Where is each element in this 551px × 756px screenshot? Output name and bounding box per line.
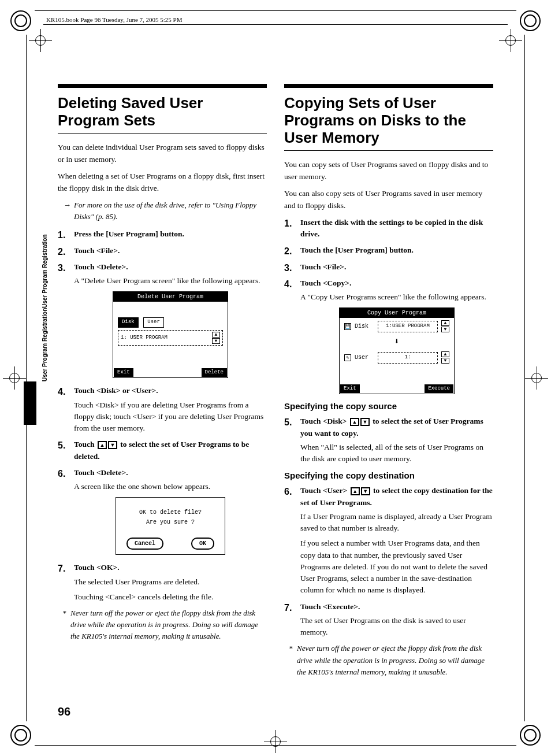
memory-icon: ✎ — [344, 354, 351, 361]
step-body: A screen like the one shown below appear… — [74, 481, 267, 492]
step-item: Touch <User> ▲▼ to select the copy desti… — [284, 485, 493, 596]
lcd-row-value: 1:USER PROGRAM — [378, 321, 438, 332]
up-down-arrows-icon: ▲▼ — [441, 320, 449, 332]
step-text-part: Touch — [74, 440, 96, 449]
left-column: Deleting Saved User Program Sets You can… — [58, 84, 267, 683]
crop-line — [35, 745, 516, 746]
step-text: Touch <Delete>. — [74, 261, 267, 273]
footnote: Never turn off the power or eject the fl… — [58, 607, 267, 642]
lcd-tab-user: User — [143, 317, 164, 328]
lcd-row-label: User — [355, 353, 374, 362]
page-number: 96 — [58, 705, 70, 718]
lcd-message: Are you sure ? — [116, 518, 225, 527]
registration-mark-icon — [264, 730, 287, 753]
lcd-field-value: 1: USER PROGRAM — [121, 334, 167, 342]
side-tab — [24, 381, 36, 425]
step-body: If a User Program name is displayed, alr… — [300, 511, 493, 535]
crop-line — [35, 10, 516, 11]
lcd-cancel-button: Cancel — [126, 538, 163, 550]
step-text: Touch <OK>. — [74, 562, 267, 573]
step-text: Press the [User Program] button. — [74, 228, 267, 240]
corner-mark-icon — [10, 725, 31, 746]
step-item: Touch ▲▼ to select the set of User Progr… — [58, 439, 267, 462]
step-list: Touch <User> ▲▼ to select the copy desti… — [284, 485, 493, 638]
lcd-row-label: Disk — [355, 322, 374, 331]
registration-mark-icon — [499, 29, 522, 52]
footnote: Never turn off the power or eject the fl… — [284, 643, 493, 677]
step-item: Touch <Disk> ▲▼ to select the set of Use… — [284, 416, 493, 465]
step-body: If you select a number with User Program… — [300, 538, 493, 596]
corner-mark-icon — [520, 10, 541, 31]
step-item: Touch <OK>. The selected User Programs a… — [58, 562, 267, 603]
step-text: Touch <Disk> or <User>. — [74, 385, 267, 396]
rule — [284, 150, 493, 151]
lcd-tab-disk: Disk — [118, 317, 139, 328]
step-text-part: Touch <User> — [300, 486, 349, 495]
rule — [58, 133, 267, 134]
registration-mark-icon — [3, 366, 26, 390]
step-body: Touching <Cancel> cancels deleting the f… — [74, 591, 267, 603]
down-arrow-icon: ⬇ — [340, 335, 454, 349]
step-list: Insert the disk with the settings to be … — [284, 217, 493, 395]
lcd-delete-button: Delete — [202, 368, 227, 377]
lcd-screenshot-confirm: OK to delete file? Are you sure ? Cancel… — [116, 497, 225, 555]
lcd-screenshot-copy: Copy User Program 💾 Disk 1:USER PROGRAM … — [339, 307, 455, 394]
header-meta: KR105.book Page 96 Tuesday, June 7, 2005… — [46, 16, 183, 23]
step-body: The selected User Programs are deleted. — [74, 576, 267, 588]
lcd-execute-button: Execute — [425, 384, 453, 394]
body-text: When deleting a set of User Programs on … — [58, 171, 267, 195]
step-text-part: Touch <Disk> — [300, 417, 349, 425]
cross-reference: For more on the use of the disk drive, r… — [58, 199, 267, 223]
header-rule — [43, 24, 508, 25]
side-tab-label: User Program RegistrationUser Program Re… — [42, 234, 48, 381]
registration-mark-icon — [525, 366, 548, 390]
lcd-exit-button: Exit — [340, 384, 360, 394]
lcd-message: OK to delete file? — [116, 508, 225, 517]
up-down-arrows-icon: ▲▼ — [351, 487, 370, 495]
corner-mark-icon — [520, 725, 541, 746]
body-text: You can delete individual User Program s… — [58, 142, 267, 166]
registration-mark-icon — [29, 29, 52, 52]
body-text: You can copy sets of User Programs saved… — [284, 159, 493, 183]
step-body: A "Delete User Program screen" like the … — [74, 275, 267, 287]
step-list: Press the [User Program] button. Touch <… — [58, 228, 267, 603]
body-text: You can also copy sets of User Programs … — [284, 188, 493, 212]
lcd-exit-button: Exit — [114, 368, 133, 377]
step-item: Touch <File>. — [58, 245, 267, 257]
step-item: Touch <Execute>. The set of User Program… — [284, 601, 493, 639]
up-down-arrows-icon: ▲▼ — [98, 441, 117, 449]
step-text: Insert the disk with the settings to be … — [300, 217, 493, 240]
lcd-title: Delete User Program — [113, 292, 228, 302]
rule — [284, 84, 493, 88]
step-text: Touch <User> ▲▼ to select the copy desti… — [300, 485, 493, 509]
step-body: Touch <Disk> if you are deleting User Pr… — [74, 399, 267, 435]
step-text: Touch <Delete>. — [74, 467, 267, 479]
up-down-arrows-icon: ▲▼ — [441, 351, 449, 364]
step-text: Touch <Disk> ▲▼ to select the set of Use… — [300, 416, 493, 439]
step-text: Touch the [User Program] button. — [300, 244, 493, 256]
lcd-screenshot-delete: Delete User Program Disk User 1: USER PR… — [113, 291, 228, 378]
step-text: Touch <File>. — [300, 261, 493, 273]
subsection-heading: Specifying the copy source — [284, 401, 493, 411]
disk-icon: 💾 — [344, 323, 351, 330]
corner-mark-icon — [10, 10, 31, 31]
subsection-heading: Specifying the copy destination — [284, 470, 493, 480]
step-text: Touch <Copy>. — [300, 277, 493, 289]
up-down-arrows-icon: ▲▼ — [212, 332, 220, 344]
rule — [58, 84, 267, 88]
step-item: Touch <File>. — [284, 261, 493, 273]
step-item: Touch the [User Program] button. — [284, 244, 493, 256]
step-text: Touch <Execute>. — [300, 601, 493, 613]
step-item: Touch <Disk> or <User>. Touch <Disk> if … — [58, 385, 267, 434]
crop-line — [524, 35, 525, 721]
step-body: A "Copy User Programs screen" like the f… — [300, 291, 493, 303]
step-text: Touch ▲▼ to select the set of User Progr… — [74, 439, 267, 462]
crop-line — [26, 35, 27, 721]
section-heading: Deleting Saved User Program Sets — [58, 95, 267, 129]
up-down-arrows-icon: ▲▼ — [350, 418, 370, 426]
lcd-field: 1: USER PROGRAM ▲▼ — [118, 330, 223, 346]
lcd-title: Copy User Program — [340, 308, 454, 318]
lcd-row-value: 1: — [378, 352, 438, 364]
step-item: Touch <Delete>. A "Delete User Program s… — [58, 261, 267, 379]
right-column: Copying Sets of User Programs on Disks t… — [284, 84, 493, 683]
